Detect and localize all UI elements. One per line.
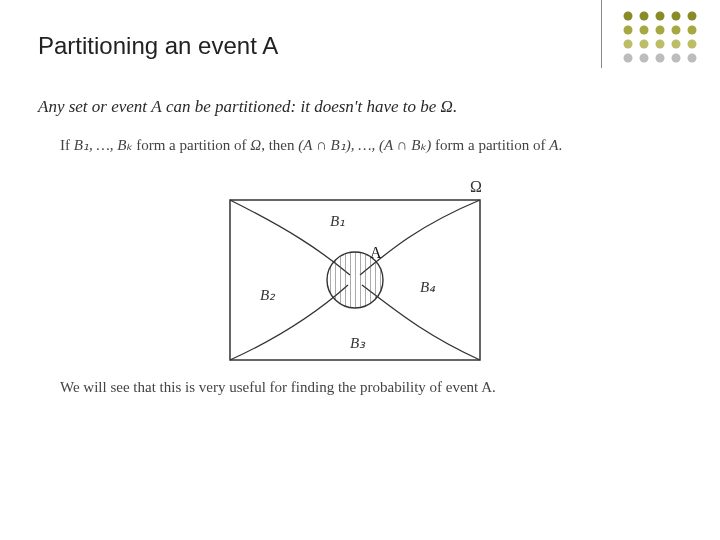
text: . — [558, 137, 562, 153]
svg-point-18 — [672, 54, 681, 63]
label-A: A — [370, 244, 382, 261]
svg-point-0 — [624, 12, 633, 21]
partition-diagram: Ω A B₁ B₂ B₃ B₄ — [200, 180, 520, 380]
label-Omega: Ω — [470, 180, 482, 195]
line-3: We will see that this is very useful for… — [60, 377, 696, 397]
text: form a partition of — [431, 137, 549, 153]
svg-point-9 — [688, 26, 697, 35]
text: Any set or event — [38, 97, 151, 116]
label-B2: B₂ — [260, 287, 276, 303]
svg-point-5 — [624, 26, 633, 35]
svg-point-12 — [656, 40, 665, 49]
svg-point-14 — [688, 40, 697, 49]
line-1: Any set or event A can be partitioned: i… — [38, 96, 696, 119]
text: We will see that this is very useful for… — [60, 379, 496, 395]
text: form a partition of — [132, 137, 250, 153]
text: If — [60, 137, 74, 153]
label-B4: B₄ — [420, 279, 436, 295]
sym-Bseq: B₁, …, Bₖ — [74, 137, 133, 153]
svg-point-19 — [688, 54, 697, 63]
label-B1: B₁ — [330, 213, 345, 229]
label-B3: B₃ — [350, 335, 366, 351]
text: , then — [261, 137, 298, 153]
sym-ABseq: (A ∩ B₁), …, (A ∩ Bₖ) — [298, 137, 431, 153]
sym-A: A — [151, 97, 161, 116]
svg-point-6 — [640, 26, 649, 35]
svg-point-2 — [656, 12, 665, 21]
svg-point-4 — [688, 12, 697, 21]
curve-br — [362, 285, 480, 360]
sym-Omega: Ω — [250, 137, 261, 153]
svg-point-11 — [640, 40, 649, 49]
header-divider — [601, 0, 602, 68]
text: . — [453, 97, 457, 116]
slide-decor-dots — [608, 6, 708, 70]
sym-Omega: Ω — [441, 97, 453, 116]
text: can be partitioned: it doesn't have to b… — [162, 97, 441, 116]
svg-point-13 — [672, 40, 681, 49]
svg-point-16 — [640, 54, 649, 63]
svg-point-1 — [640, 12, 649, 21]
svg-point-8 — [672, 26, 681, 35]
svg-point-3 — [672, 12, 681, 21]
curve-bl — [230, 285, 348, 360]
svg-point-17 — [656, 54, 665, 63]
line-2: If B₁, …, Bₖ form a partition of Ω, then… — [60, 135, 696, 155]
svg-point-10 — [624, 40, 633, 49]
svg-point-15 — [624, 54, 633, 63]
svg-point-7 — [656, 26, 665, 35]
slide-title: Partitioning an event A — [38, 32, 278, 60]
